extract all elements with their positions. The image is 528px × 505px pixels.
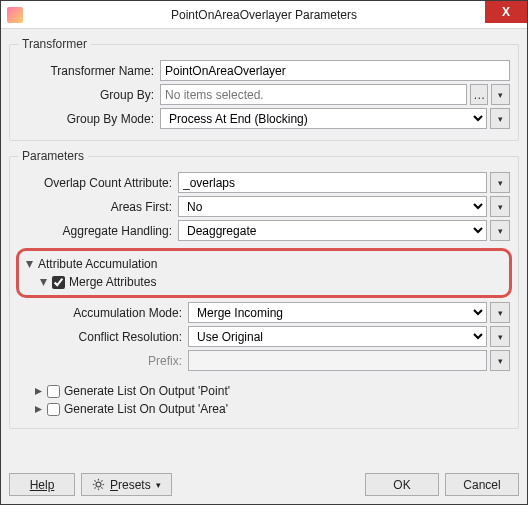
disclosure-triangle-icon — [34, 387, 43, 396]
label-prefix: Prefix: — [28, 354, 188, 368]
select-aggregate-handling[interactable]: Deaggregate — [178, 220, 487, 241]
close-button[interactable]: X — [485, 1, 527, 23]
label-conflict-resolution: Conflict Resolution: — [28, 330, 188, 344]
highlight-box: Attribute Accumulation Merge Attributes — [16, 248, 512, 298]
tree-attribute-accumulation[interactable]: Attribute Accumulation — [25, 255, 505, 273]
label-transformer-name: Transformer Name: — [18, 64, 160, 78]
input-prefix — [188, 350, 487, 371]
label-accumulation-mode: Accumulation Mode: — [28, 306, 188, 320]
legend-transformer: Transformer — [18, 37, 91, 51]
aggregate-menu-button[interactable] — [490, 220, 510, 241]
group-transformer: Transformer Transformer Name: Group By: … — [9, 37, 519, 141]
checkbox-merge-attributes[interactable] — [52, 276, 65, 289]
groupby-browse-button[interactable] — [470, 84, 489, 105]
svg-marker-1 — [40, 279, 47, 286]
svg-marker-3 — [35, 406, 42, 413]
disclosure-triangle-icon — [25, 260, 34, 269]
presets-label: resets — [118, 478, 151, 492]
svg-point-4 — [96, 482, 101, 487]
svg-line-11 — [94, 487, 95, 488]
label-group-by: Group By: — [18, 88, 160, 102]
input-group-by[interactable] — [160, 84, 467, 105]
input-transformer-name[interactable] — [160, 60, 510, 81]
chevron-down-icon: ▾ — [156, 480, 161, 490]
label-attribute-accumulation: Attribute Accumulation — [38, 257, 157, 271]
window-title: PointOnAreaOverlayer Parameters — [1, 8, 527, 22]
checkbox-generate-list-point[interactable] — [47, 385, 60, 398]
select-accumulation-mode[interactable]: Merge Incoming — [188, 302, 487, 323]
help-button[interactable]: Help — [9, 473, 75, 496]
overlap-menu-button[interactable] — [490, 172, 510, 193]
label-generate-list-area: Generate List On Output 'Area' — [64, 402, 228, 416]
areasfirst-menu-button[interactable] — [490, 196, 510, 217]
checkbox-generate-list-area[interactable] — [47, 403, 60, 416]
svg-line-10 — [101, 487, 102, 488]
accum-mode-menu-button[interactable] — [490, 302, 510, 323]
select-conflict-resolution[interactable]: Use Original — [188, 326, 487, 347]
svg-marker-2 — [35, 388, 42, 395]
select-areas-first[interactable]: No — [178, 196, 487, 217]
tree-generate-list-point[interactable]: Generate List On Output 'Point' — [20, 382, 510, 400]
presets-button[interactable]: Presets ▾ — [81, 473, 172, 496]
label-group-by-mode: Group By Mode: — [18, 112, 160, 126]
ok-button[interactable]: OK — [365, 473, 439, 496]
dialog-body: Transformer Transformer Name: Group By: … — [1, 29, 527, 473]
label-areas-first: Areas First: — [18, 200, 178, 214]
input-overlap-count[interactable] — [178, 172, 487, 193]
legend-parameters: Parameters — [18, 149, 88, 163]
gear-icon — [92, 478, 105, 491]
prefix-menu-button[interactable] — [490, 350, 510, 371]
select-group-by-mode[interactable]: Process At End (Blocking) — [160, 108, 487, 129]
label-merge-attributes: Merge Attributes — [69, 275, 156, 289]
disclosure-triangle-icon — [39, 278, 48, 287]
tree-merge-attributes[interactable]: Merge Attributes — [25, 273, 505, 291]
conflict-menu-button[interactable] — [490, 326, 510, 347]
svg-line-9 — [94, 480, 95, 481]
svg-line-12 — [101, 480, 102, 481]
tree-generate-list-area[interactable]: Generate List On Output 'Area' — [20, 400, 510, 418]
label-generate-list-point: Generate List On Output 'Point' — [64, 384, 230, 398]
dialog-window: PointOnAreaOverlayer Parameters X Transf… — [0, 0, 528, 505]
group-parameters: Parameters Overlap Count Attribute: Area… — [9, 149, 519, 429]
label-aggregate-handling: Aggregate Handling: — [18, 224, 178, 238]
disclosure-triangle-icon — [34, 405, 43, 414]
label-overlap-count: Overlap Count Attribute: — [18, 176, 178, 190]
cancel-button[interactable]: Cancel — [445, 473, 519, 496]
svg-marker-0 — [26, 261, 33, 268]
titlebar: PointOnAreaOverlayer Parameters X — [1, 1, 527, 29]
groupby-menu-button[interactable] — [491, 84, 510, 105]
close-icon: X — [502, 5, 510, 19]
button-bar: Help Presets ▾ OK Cancel — [1, 473, 527, 504]
groupbymode-menu-button[interactable] — [490, 108, 510, 129]
